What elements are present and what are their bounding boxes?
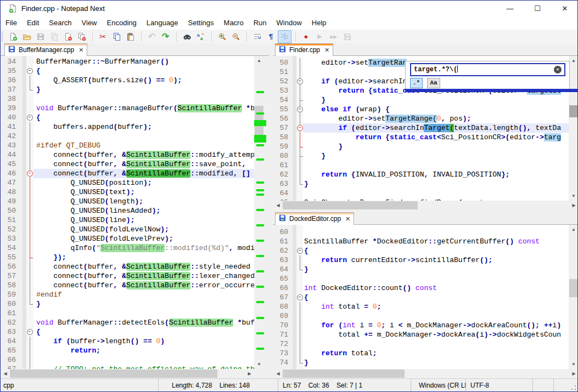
code-line-68[interactable]: 68 int total = 0; [273,302,569,311]
maximize-button[interactable]: ☐ [525,1,550,17]
bookmark-margin-cell[interactable] [293,358,296,367]
code-line-46[interactable]: 46 connect(buffer, &ScintillaBuffer::mod… [1,169,254,178]
code-text[interactable]: } [303,358,569,367]
code-line-72[interactable]: 72 [273,339,569,349]
code-text[interactable]: } [303,179,569,189]
menu-item-run[interactable]: Run [249,17,272,29]
code-line-54[interactable]: 54 } [273,95,569,105]
code-line-57[interactable]: 57 connect(buffer, &ScintillaBuffer::lex… [1,271,254,281]
code-line-65[interactable]: 65 return; [1,346,254,355]
bookmark-margin-cell[interactable] [293,339,296,349]
code-text[interactable]: { [303,293,569,302]
bookmark-margin-cell[interactable] [293,311,296,321]
left-horizontal-scrollbar[interactable]: ◀ ▶ [1,369,254,378]
bookmark-margin-cell[interactable] [23,206,26,215]
finder-vscroll-thumb[interactable] [569,105,578,117]
finder-hscroll-thumb[interactable] [283,201,418,209]
code-text[interactable]: total += m_DockManager->dockArea(i)->doc… [303,330,569,339]
code-text[interactable] [303,228,569,237]
bookmark-margin-cell[interactable] [23,337,26,346]
code-text[interactable]: } [303,265,569,274]
code-text[interactable]: buffers.append(buffer); [33,122,254,132]
code-line-74[interactable]: 74} [273,358,569,367]
scroll-down-icon[interactable]: ▼ [569,191,578,201]
bookmark-margin-cell[interactable] [23,262,26,271]
bookmark-margin-cell[interactable] [293,105,296,114]
code-line-73[interactable]: 73 return total; [273,349,569,358]
zoom-out-icon[interactable] [229,30,243,43]
bookmark-margin-cell[interactable] [293,228,296,237]
code-text[interactable]: if (buffer->length() == 0) [33,337,254,346]
code-line-48[interactable]: 48 Q_UNUSED(text); [1,188,254,197]
bookmark-margin-cell[interactable] [23,85,26,94]
cut-icon[interactable]: ✂ [96,30,110,43]
bookmark-margin-cell[interactable] [23,122,26,132]
code-line-53[interactable]: 53 Q_UNUSED(foldLevelPrev); [1,234,254,243]
code-text[interactable]: Q_UNUSED(foldLevelNow); [33,225,254,234]
bookmark-margin-cell[interactable] [23,104,26,113]
scroll-down-icon[interactable]: ▼ [569,360,578,369]
code-line-63[interactable]: 63{ [1,327,254,337]
code-text[interactable]: int DockedEditor::count() const [303,283,569,293]
bookmark-margin-cell[interactable] [23,188,26,197]
code-line-60[interactable]: 60 } [273,151,569,161]
bookmark-margin-cell[interactable] [23,243,26,253]
code-text[interactable]: connect(buffer, &ScintillaBuffer::lexer_… [33,271,254,281]
code-line-44[interactable]: 44 connect(buffer, &ScintillaBuffer::mod… [1,150,254,160]
fold-toggle-icon[interactable] [296,105,303,114]
minimize-button[interactable]: — [497,1,523,17]
code-text[interactable] [33,309,254,318]
scroll-left-icon[interactable]: ◀ [273,369,283,378]
close-tab-icon[interactable]: ✕ [324,47,329,54]
code-text[interactable] [303,274,569,283]
code-text[interactable]: connect(buffer, &ScintillaBuffer::save_p… [33,160,254,169]
code-line-59[interactable]: 59 } [273,142,569,151]
indent-guides-icon[interactable] [278,30,291,43]
code-text[interactable] [303,161,569,170]
bookmark-margin-cell[interactable] [293,293,296,302]
code-text[interactable]: }); [33,253,254,262]
finder-horizontal-scrollbar[interactable]: ◀ ▶ [273,201,578,210]
scroll-right-icon[interactable]: ▶ [569,201,578,210]
bookmark-margin-cell[interactable] [23,234,26,243]
code-text[interactable]: connect(buffer, &ScintillaBuffer::error_… [33,281,254,290]
code-line-63[interactable]: 63} [273,179,569,189]
toolbar-grip[interactable] [2,32,6,42]
record-macro-icon[interactable]: ● [299,30,313,43]
code-line-40[interactable]: 40{ [1,113,254,122]
close-tab-icon[interactable]: ✕ [345,215,350,223]
code-text[interactable] [33,355,254,365]
bookmark-margin-cell[interactable] [293,142,296,151]
bookmark-margin-cell[interactable] [293,67,296,77]
bookmark-margin-cell[interactable] [293,237,296,246]
code-line-42[interactable]: 42 [1,132,254,141]
tab-dockededitor-cpp[interactable]: DockedEditor.cpp✕ [275,212,354,225]
code-line-55[interactable]: 55 }); [1,253,254,262]
fold-toggle-icon[interactable] [296,293,303,302]
code-text[interactable] [303,339,569,349]
code-text[interactable] [303,311,569,321]
code-line-64[interactable]: 64 [273,189,569,198]
bookmark-margin-cell[interactable] [23,113,26,122]
fold-toggle-icon[interactable] [26,66,33,76]
code-line-36[interactable]: 36 Q_ASSERT(buffers.size() == 0); [1,76,254,85]
code-line-62[interactable]: 62{ [273,246,569,255]
code-text[interactable]: Q_UNUSED(text); [33,188,254,197]
code-line-60[interactable]: 60 [273,228,569,237]
close-all-icon[interactable] [75,30,88,43]
bookmark-margin-cell[interactable] [23,215,26,225]
code-line-37[interactable]: 37} [1,85,254,94]
bookmark-margin-cell[interactable] [23,318,26,327]
code-line-62[interactable]: 62void BufferManager::detectEols(Scintil… [1,318,254,327]
code-line-52[interactable]: 52 Q_UNUSED(foldLevelNow); [1,225,254,234]
code-line-63[interactable]: 63 return currentEditor->scintillaBuffer… [273,255,569,265]
code-line-55[interactable]: 55 else if (wrap) { [273,105,569,114]
code-text[interactable]: // TODO: not the most efficient way of d… [33,365,254,369]
open-file-icon[interactable] [20,30,33,43]
scroll-left-icon[interactable]: ◀ [1,369,10,378]
code-line-58[interactable]: 58 connect(buffer, &ScintillaBuffer::err… [1,281,254,290]
code-line-64[interactable]: 64 if (buffer->length() == 0) [1,337,254,346]
status-cursor-position-cell[interactable]: Ln: 57 Col: 36 Sel: 7 | 1 [278,379,411,392]
code-text[interactable] [33,94,254,104]
fold-toggle-icon[interactable] [296,246,303,255]
